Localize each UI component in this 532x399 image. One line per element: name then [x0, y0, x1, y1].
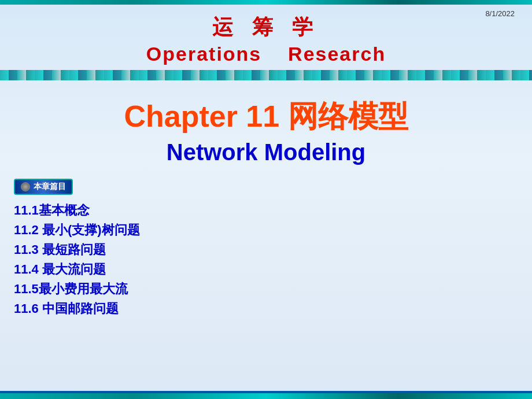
header-section: 8/1/2022 运 筹 学 Operations Research: [0, 5, 532, 65]
top-decorative-bar: [0, 0, 532, 5]
english-title: Operations Research: [12, 43, 520, 65]
chapter-title-area: Chapter 11 网络模型 Network Modeling: [0, 80, 532, 174]
list-item: 11.1基本概念: [14, 202, 518, 219]
contents-list: 11.1基本概念 11.2 最小(支撑)树问题 11.3 最短路问题 11.4 …: [0, 200, 532, 320]
list-item: 11.2 最小(支撑)树问题: [14, 221, 518, 239]
slide-container: 8/1/2022 运 筹 学 Operations Research Chapt…: [0, 0, 532, 399]
badge-label: 本章篇目: [34, 182, 66, 192]
list-item: 11.6 中国邮路问题: [14, 300, 518, 317]
contents-badge: 本章篇目: [14, 179, 73, 195]
chinese-title: 运 筹 学: [12, 13, 520, 42]
date-text: 8/1/2022: [485, 9, 515, 18]
chapter-title-line2: Network Modeling: [12, 139, 520, 165]
contents-section: 本章篇目: [0, 174, 532, 200]
bottom-decorative-bar: [0, 393, 532, 399]
badge-icon: [21, 182, 30, 191]
chapter-title-line1: Chapter 11 网络模型: [12, 97, 520, 137]
list-item: 11.3 最短路问题: [14, 241, 518, 258]
decorative-divider: [0, 70, 532, 80]
english-title-operations: Operations: [146, 43, 261, 65]
list-item: 11.5最小费用最大流: [14, 280, 518, 298]
english-title-research: Research: [288, 43, 386, 65]
list-item: 11.4 最大流问题: [14, 261, 518, 278]
